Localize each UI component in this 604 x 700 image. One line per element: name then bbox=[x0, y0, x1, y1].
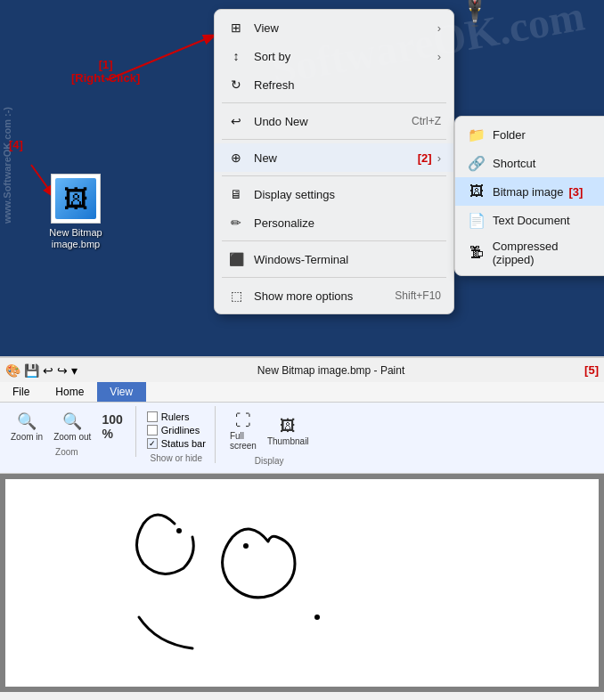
menu-label-terminal: Windows-Terminal bbox=[254, 253, 441, 266]
paint-canvas-container: SoftwareOK.com bbox=[0, 474, 604, 692]
menu-item-moreoptions[interactable]: ⬚ Show more options Shift+F10 bbox=[215, 281, 453, 310]
tab-view[interactable]: View bbox=[97, 382, 146, 402]
zoom-in-label: Zoom in bbox=[11, 432, 43, 442]
show-hide-group-label: Show or hide bbox=[151, 453, 202, 463]
menu-label-display: Display settings bbox=[254, 188, 441, 201]
display-icon: 🖥 bbox=[227, 185, 245, 203]
sortby-icon: ↕ bbox=[227, 47, 245, 65]
menu-item-new[interactable]: ⊕ New [2] › bbox=[215, 143, 453, 172]
zoom-out-button[interactable]: 🔍 Zoom out bbox=[50, 410, 94, 444]
ribbon-tabs: File Home View bbox=[0, 382, 604, 403]
tab-home[interactable]: Home bbox=[43, 382, 97, 402]
thumbnail-button[interactable]: 🖼 Thumbnail bbox=[264, 415, 313, 448]
menu-label-refresh: Refresh bbox=[254, 78, 441, 92]
display-buttons-row: ⛶ Fullscreen 🖼 Thumbnail bbox=[226, 410, 313, 452]
submenu-label-textdoc: Text Document bbox=[493, 214, 570, 227]
submenu-item-textdoc[interactable]: 📄 Text Document bbox=[455, 206, 604, 234]
zoom-100-button[interactable]: 100% bbox=[98, 411, 126, 444]
redo-taskbar-icon[interactable]: ↪ bbox=[57, 363, 68, 378]
gridlines-checkbox[interactable] bbox=[147, 425, 158, 435]
paint-app-icon: 🎨 bbox=[5, 363, 20, 378]
icon-image bbox=[51, 174, 101, 224]
stickman-figure: 🕴 bbox=[453, 0, 497, 28]
annotation-5: [5] bbox=[584, 363, 599, 377]
menu-item-view[interactable]: ⊞ View › bbox=[215, 13, 453, 42]
zoom-in-button[interactable]: 🔍 Zoom in bbox=[7, 410, 46, 444]
menu-label-sortby: Sort by bbox=[254, 50, 432, 63]
svg-point-3 bbox=[243, 543, 249, 549]
menu-item-undo[interactable]: ↩ Undo New Ctrl+Z bbox=[215, 107, 453, 135]
menu-label-view: View bbox=[254, 21, 432, 35]
tab-file[interactable]: File bbox=[0, 382, 43, 402]
icon-label: New Bitmap image.bmp bbox=[40, 227, 111, 250]
menu-item-display[interactable]: 🖥 Display settings bbox=[215, 180, 453, 208]
annotation-3: [3] bbox=[568, 185, 583, 199]
statusbar-checkbox-row[interactable]: ✓ Status bar bbox=[147, 438, 206, 449]
site-label: www.SoftwareOK.com :-) bbox=[2, 107, 12, 224]
menu-label-new: New bbox=[254, 151, 412, 165]
annotation-2: [2] bbox=[418, 151, 432, 165]
checkboxes-container: Rulers Gridlines ✓ Status bar bbox=[147, 410, 206, 450]
separator-4 bbox=[222, 240, 446, 241]
submenu-label-bitmap: Bitmap image bbox=[493, 185, 563, 199]
save-icon[interactable]: 💾 bbox=[24, 363, 39, 378]
paint-title: New Bitmap image.bmp - Paint bbox=[81, 364, 581, 377]
submenu-item-shortcut[interactable]: 🔗 Shortcut bbox=[455, 149, 604, 177]
submenu-label-shortcut: Shortcut bbox=[493, 157, 535, 170]
textdoc-icon: 📄 bbox=[468, 211, 486, 229]
moreoptions-icon: ⬚ bbox=[227, 287, 245, 305]
menu-label-moreoptions: Show more options bbox=[254, 289, 386, 303]
ribbon-content: 🔍 Zoom in 🔍 Zoom out 100% Zoom Rulers bbox=[0, 403, 604, 474]
ribbon-group-show-hide: Rulers Gridlines ✓ Status bar Show or hi… bbox=[147, 406, 216, 463]
personalize-icon: ✏ bbox=[227, 214, 245, 232]
annotation-4: [4] bbox=[9, 138, 23, 151]
statusbar-checkbox[interactable]: ✓ bbox=[147, 438, 158, 449]
submenu-item-bitmap[interactable]: 🖼 Bitmap image [3] bbox=[455, 177, 604, 206]
menu-item-personalize[interactable]: ✏ Personalize bbox=[215, 208, 453, 237]
menu-item-sortby[interactable]: ↕ Sort by › bbox=[215, 42, 453, 70]
annotation-1: [1] [Right-Click] bbox=[71, 58, 140, 85]
terminal-icon: ⬛ bbox=[227, 250, 245, 268]
context-menu: ⊞ View › ↕ Sort by › ↻ Refresh ↩ Undo Ne… bbox=[214, 9, 454, 314]
view-arrow: › bbox=[437, 21, 441, 35]
desktop-icon-bitmap[interactable]: New Bitmap image.bmp bbox=[40, 174, 111, 250]
zoom-buttons-row: 🔍 Zoom in 🔍 Zoom out 100% bbox=[7, 410, 127, 444]
statusbar-label: Status bar bbox=[161, 438, 206, 449]
display-group-label: Display bbox=[255, 456, 284, 466]
folder-icon: 📁 bbox=[468, 126, 486, 143]
refresh-icon: ↻ bbox=[227, 76, 245, 94]
bitmap-icon: 🖼 bbox=[468, 183, 486, 200]
fullscreen-button[interactable]: ⛶ Fullscreen bbox=[226, 410, 260, 452]
fullscreen-icon: ⛶ bbox=[235, 411, 251, 430]
canvas-drawing bbox=[5, 479, 599, 687]
desktop: SoftwareOK.com www.SoftwareOK.com :-) [1… bbox=[0, 0, 604, 356]
undo-taskbar-icon[interactable]: ↩ bbox=[43, 363, 53, 378]
sortby-arrow: › bbox=[437, 50, 441, 63]
rulers-label: Rulers bbox=[161, 411, 190, 422]
new-arrow: › bbox=[437, 151, 441, 165]
menu-label-undo: Undo New bbox=[254, 115, 403, 128]
thumbnail-label: Thumbnail bbox=[267, 436, 309, 446]
paint-canvas[interactable] bbox=[5, 479, 599, 687]
submenu-item-folder[interactable]: 📁 Folder bbox=[455, 120, 604, 149]
new-icon: ⊕ bbox=[227, 149, 245, 167]
menu-item-refresh[interactable]: ↻ Refresh bbox=[215, 70, 453, 99]
undo-shortcut: Ctrl+Z bbox=[412, 115, 441, 127]
zoom-out-label: Zoom out bbox=[53, 432, 91, 442]
zoom-out-icon: 🔍 bbox=[62, 411, 82, 431]
thumbnail-icon: 🖼 bbox=[280, 417, 296, 435]
rulers-checkbox-row[interactable]: Rulers bbox=[147, 411, 206, 422]
rulers-checkbox[interactable] bbox=[147, 411, 158, 422]
dropdown-icon[interactable]: ▾ bbox=[71, 363, 78, 378]
ribbon-group-zoom: 🔍 Zoom in 🔍 Zoom out 100% Zoom bbox=[7, 406, 136, 457]
paint-window: 🎨 💾 ↩ ↪ ▾ New Bitmap image.bmp - Paint [… bbox=[0, 356, 604, 700]
gridlines-checkbox-row[interactable]: Gridlines bbox=[147, 425, 206, 435]
separator-3 bbox=[222, 175, 446, 176]
menu-item-terminal[interactable]: ⬛ Windows-Terminal bbox=[215, 245, 453, 273]
svg-point-2 bbox=[176, 528, 182, 533]
separator-5 bbox=[222, 277, 446, 278]
shortcut-icon: 🔗 bbox=[468, 154, 486, 172]
submenu-new: 📁 Folder 🔗 Shortcut 🖼 Bitmap image [3] 📄… bbox=[454, 116, 604, 276]
view-icon: ⊞ bbox=[227, 19, 245, 37]
submenu-item-compressed[interactable]: 🗜 Compressed (zipped) bbox=[455, 234, 604, 272]
